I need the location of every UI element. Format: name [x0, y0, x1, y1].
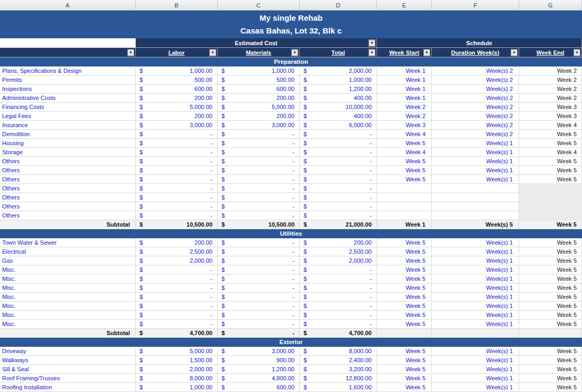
total-cell[interactable]: $-: [300, 193, 377, 202]
week-end-cell[interactable]: Week 5: [519, 265, 582, 274]
week-start-cell[interactable]: Week 5: [377, 302, 432, 311]
item-cell[interactable]: Others: [0, 157, 136, 166]
week-start-cell[interactable]: Week 5: [377, 247, 432, 256]
total-cell[interactable]: $200.00: [300, 238, 377, 247]
week-end-cell[interactable]: Week 5: [519, 175, 582, 184]
total-cell[interactable]: $1,000.00: [300, 76, 377, 85]
duration-cell[interactable]: Week(s) 2: [432, 76, 519, 85]
labor-cell[interactable]: $-: [136, 202, 218, 211]
week-end-cell[interactable]: Week 4: [519, 148, 582, 157]
labor-cell[interactable]: $-: [136, 293, 218, 302]
duration-cell[interactable]: Week(s) 2: [432, 130, 519, 139]
labor-column-header[interactable]: Labor ▼: [136, 48, 218, 57]
subtotal-total-cell[interactable]: $21,000.00: [300, 220, 377, 229]
item-cell[interactable]: Others: [0, 202, 136, 211]
section-header-utilities[interactable]: Utilities: [0, 229, 582, 238]
item-cell[interactable]: Driveway: [0, 347, 136, 356]
materials-cell[interactable]: $5,000.00: [218, 103, 300, 112]
labor-cell[interactable]: $200.00: [136, 238, 218, 247]
duration-cell[interactable]: Week(s) 1: [432, 311, 519, 320]
duration-cell[interactable]: Week(s) 1: [432, 320, 519, 329]
column-header-C[interactable]: C: [218, 0, 300, 11]
labor-cell[interactable]: $-: [136, 139, 218, 148]
duration-cell[interactable]: Week(s) 1: [432, 238, 519, 247]
week-end-cell[interactable]: Week 2: [519, 76, 582, 85]
week-start-cell[interactable]: [377, 193, 432, 202]
item-cell[interactable]: Storage: [0, 148, 136, 157]
duration-cell[interactable]: [432, 193, 519, 202]
materials-cell[interactable]: $900.00: [218, 356, 300, 365]
item-cell[interactable]: Misc.: [0, 265, 136, 274]
subtotal-week-end-cell[interactable]: Week 5: [519, 220, 582, 229]
duration-cell[interactable]: Week(s) 1: [432, 148, 519, 157]
duration-cell[interactable]: Week(s) 1: [432, 265, 519, 274]
item-cell[interactable]: Permits: [0, 76, 136, 85]
materials-cell[interactable]: $200.00: [218, 112, 300, 121]
materials-cell[interactable]: $1,200.00: [218, 365, 300, 374]
labor-cell[interactable]: $-: [136, 265, 218, 274]
duration-cell[interactable]: Week(s) 1: [432, 274, 519, 283]
week-start-cell[interactable]: [377, 184, 432, 193]
week-end-cell[interactable]: Week 5: [519, 247, 582, 256]
total-cell[interactable]: $-: [300, 265, 377, 274]
item-cell[interactable]: Insurance: [0, 121, 136, 130]
materials-cell[interactable]: $-: [218, 293, 300, 302]
materials-cell[interactable]: $-: [218, 302, 300, 311]
labor-cell[interactable]: $1,000.00: [136, 66, 218, 76]
week-start-cell[interactable]: Week 1: [377, 85, 432, 94]
filter-dropdown-icon[interactable]: ▼: [368, 49, 375, 56]
filter-dropdown-icon[interactable]: ▼: [511, 49, 518, 56]
duration-cell[interactable]: Week(s) 2: [432, 121, 519, 130]
week-start-cell[interactable]: Week 5: [377, 311, 432, 320]
labor-cell[interactable]: $200.00: [136, 112, 218, 121]
week-start-cell[interactable]: [377, 211, 432, 220]
filter-dropdown-icon[interactable]: ▼: [573, 49, 580, 56]
labor-cell[interactable]: $200.00: [136, 94, 218, 103]
total-cell[interactable]: $-: [300, 274, 377, 283]
week-end-cell[interactable]: Week 5: [519, 356, 582, 365]
total-cell[interactable]: $1,200.00: [300, 85, 377, 94]
schedule-group-header[interactable]: Schedule: [377, 38, 582, 48]
duration-cell[interactable]: Week(s) 1: [432, 283, 519, 293]
week-end-cell[interactable]: Week 5: [519, 320, 582, 329]
subtotal-week-start-cell[interactable]: [377, 329, 432, 338]
duration-cell[interactable]: Week(s) 1: [432, 256, 519, 265]
title-block[interactable]: My single Rehab Casas Bahas, Lot 32, Blk…: [0, 11, 582, 38]
materials-cell[interactable]: $-: [218, 265, 300, 274]
materials-cell[interactable]: $-: [218, 274, 300, 283]
week-start-cell[interactable]: Week 5: [377, 166, 432, 175]
week-start-cell[interactable]: Week 5: [377, 139, 432, 148]
column-header-E[interactable]: E: [377, 0, 432, 11]
subtotal-week-start-cell[interactable]: Week 1: [377, 220, 432, 229]
section-header-preparation[interactable]: Preparation: [0, 57, 582, 66]
week-end-cell[interactable]: Week 5: [519, 293, 582, 302]
filter-dropdown-icon[interactable]: ▼: [291, 49, 298, 56]
estimated-cost-group-header[interactable]: Estimated Cost ▼: [136, 38, 377, 48]
total-cell[interactable]: $400.00: [300, 112, 377, 121]
total-column-header[interactable]: Total ▼: [300, 48, 377, 57]
week-start-cell[interactable]: Week 1: [377, 66, 432, 76]
column-header-F[interactable]: F: [432, 0, 519, 11]
materials-cell[interactable]: $-: [218, 139, 300, 148]
week-end-cell[interactable]: Week 2: [519, 85, 582, 94]
total-cell[interactable]: $-: [300, 157, 377, 166]
filter-dropdown-icon[interactable]: ▼: [423, 49, 430, 56]
week-start-cell[interactable]: [377, 202, 432, 211]
total-cell[interactable]: $10,000.00: [300, 103, 377, 112]
total-cell[interactable]: $-: [300, 148, 377, 157]
materials-cell[interactable]: $-: [218, 130, 300, 139]
item-cell[interactable]: Legal Fees: [0, 112, 136, 121]
item-cell[interactable]: Roof Framing/Trusses: [0, 374, 136, 383]
item-cell[interactable]: Misc.: [0, 311, 136, 320]
total-cell[interactable]: $-: [300, 175, 377, 184]
filter-dropdown-icon[interactable]: ▼: [368, 39, 375, 46]
week-end-cell[interactable]: [519, 193, 582, 202]
duration-cell[interactable]: Week(s) 2: [432, 112, 519, 121]
materials-column-header[interactable]: Materials ▼: [218, 48, 300, 57]
total-cell[interactable]: $3,200.00: [300, 365, 377, 374]
item-cell[interactable]: Misc.: [0, 283, 136, 293]
materials-cell[interactable]: $-: [218, 283, 300, 293]
duration-cell[interactable]: Week(s) 1: [432, 374, 519, 383]
item-cell[interactable]: Others: [0, 184, 136, 193]
column-header-A[interactable]: A: [0, 0, 136, 11]
